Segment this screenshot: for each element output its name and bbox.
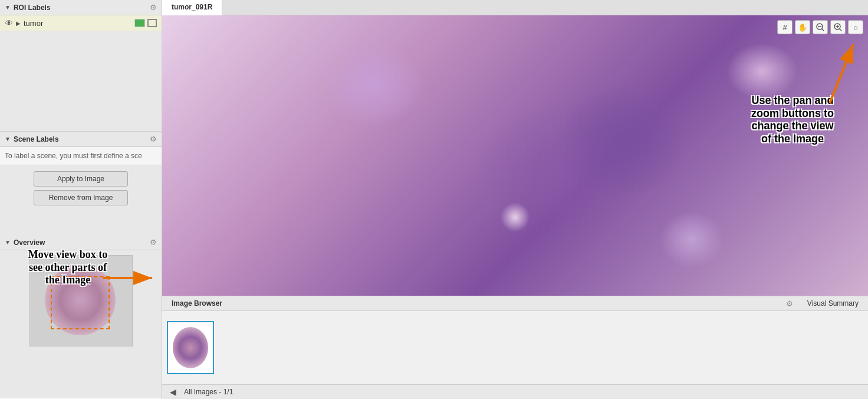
tab-tumor091r[interactable]: tumor_091R	[162, 0, 222, 15]
image-viewer[interactable]: # ✋ ⌂	[162, 15, 868, 296]
nav-prev-button[interactable]: ◀	[167, 386, 179, 398]
scene-gear-icon[interactable]: ⚙	[150, 135, 157, 143]
all-images-label: All Images - 1/1	[179, 387, 238, 397]
roi-collapse-icon: ▼	[5, 4, 11, 11]
overview-content	[0, 250, 162, 398]
thumbnail-viewbox[interactable]	[51, 276, 110, 329]
pan-button[interactable]: ✋	[795, 20, 810, 34]
roi-labels-header[interactable]: ▼ ROI Labels ⚙	[0, 0, 162, 15]
image-thumbnail-item[interactable]	[167, 321, 214, 374]
histology-image	[162, 15, 868, 296]
zoom-out-button[interactable]	[813, 20, 828, 34]
grid-view-button[interactable]: #	[777, 20, 793, 34]
svg-line-2	[821, 28, 824, 31]
scene-labels-title: Scene Labels	[14, 135, 150, 143]
roi-shape-icon	[147, 19, 157, 27]
main-content: tumor_091R # ✋	[162, 0, 868, 399]
scene-empty-area	[0, 211, 162, 235]
thumbnail-tissue-small	[173, 327, 208, 368]
remove-from-image-button[interactable]: Remove from Image	[34, 190, 128, 205]
pan-zoom-annotation-text: Use the pan and zoom buttons to change t…	[722, 94, 863, 145]
roi-labels-title: ROI Labels	[14, 4, 150, 12]
nav-footer: ◀ All Images - 1/1	[162, 384, 868, 399]
roi-eye-icon[interactable]: 👁	[5, 18, 13, 28]
overview-thumbnail[interactable]	[29, 255, 133, 346]
overview-section: ▼ Overview ⚙	[0, 235, 162, 399]
roi-tumor-item[interactable]: 👁 ▶ tumor	[0, 15, 162, 31]
roi-labels-section: ▼ ROI Labels ⚙ 👁 ▶ tumor	[0, 0, 162, 132]
roi-gear-icon[interactable]: ⚙	[150, 3, 157, 12]
bottom-panel: Image Browser ⚙ Visual Summary ◀ All Ima…	[162, 296, 868, 399]
browser-tabs: Image Browser ⚙ Visual Summary	[162, 296, 868, 311]
overview-header[interactable]: ▼ Overview ⚙	[0, 235, 162, 250]
scene-labels-header[interactable]: ▼ Scene Labels ⚙	[0, 132, 162, 147]
home-button[interactable]: ⌂	[848, 20, 863, 34]
scene-collapse-icon: ▼	[5, 136, 11, 142]
overview-collapse-icon: ▼	[5, 239, 11, 246]
scene-buttons-area: Apply to Image Remove from Image	[0, 165, 162, 211]
overview-gear-icon[interactable]: ⚙	[150, 238, 157, 247]
svg-line-6	[839, 28, 841, 31]
zoom-in-button[interactable]	[830, 20, 846, 34]
overview-title: Overview	[14, 238, 150, 247]
roi-tumor-label: tumor	[24, 19, 134, 28]
apply-to-image-button[interactable]: Apply to Image	[34, 171, 128, 187]
roi-empty-area	[0, 31, 162, 132]
visual-summary-tab[interactable]: Visual Summary	[798, 297, 868, 309]
tabs-bar: tumor_091R	[162, 0, 868, 15]
scene-labels-section: ▼ Scene Labels ⚙ To label a scene, you m…	[0, 132, 162, 235]
browser-content	[162, 311, 868, 384]
scene-description: To label a scene, you must first define …	[0, 147, 162, 165]
image-browser-tab[interactable]: Image Browser	[162, 297, 232, 309]
roi-color-swatch	[134, 19, 145, 27]
sidebar: ▼ ROI Labels ⚙ 👁 ▶ tumor ▼ Scene Labels …	[0, 0, 162, 399]
viewer-toolbar: # ✋ ⌂	[777, 20, 863, 34]
roi-expand-icon[interactable]: ▶	[16, 20, 21, 27]
browser-gear-icon[interactable]: ⚙	[786, 299, 793, 308]
